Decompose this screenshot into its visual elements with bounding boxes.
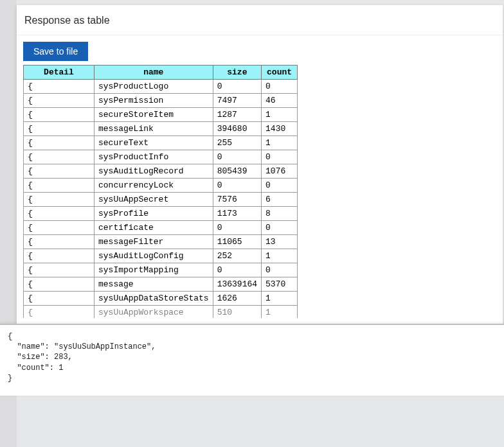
table-row[interactable]: {concurrencyLock00 [24, 179, 298, 193]
cell-detail[interactable]: { [24, 179, 94, 193]
cell-size: 1287 [213, 108, 261, 122]
cell-size: 0 [213, 150, 261, 164]
cell-name: certificate [94, 221, 213, 235]
cell-size: 805439 [213, 164, 261, 179]
table-row[interactable]: {sysProfile11738 [24, 207, 298, 221]
cell-name: sysImportMapping [94, 263, 213, 277]
cell-name: message [94, 277, 213, 292]
cell-detail[interactable]: { [24, 292, 94, 306]
response-table: Detail name size count {sysProductLogo00… [23, 65, 298, 318]
panel-title: Response as table [17, 5, 503, 35]
header-name[interactable]: name [94, 66, 213, 80]
save-to-file-button[interactable]: Save to file [23, 42, 88, 61]
table-row[interactable]: {sysUuAppSecret75766 [24, 193, 298, 207]
cell-count: 0 [262, 150, 298, 164]
cell-name: sysUuAppSecret [94, 193, 213, 207]
cell-size: 1173 [213, 207, 261, 221]
table-row[interactable]: {sysAuditLogConfig2521 [24, 249, 298, 263]
cell-detail[interactable]: { [24, 306, 94, 319]
cell-count: 1430 [262, 122, 298, 136]
cell-count: 46 [262, 94, 298, 108]
cell-detail[interactable]: { [24, 108, 94, 122]
cell-count: 0 [262, 221, 298, 235]
table-row[interactable]: {messageLink3946801430 [24, 122, 298, 136]
cell-count: 1 [262, 306, 298, 319]
cell-count: 0 [262, 263, 298, 277]
cell-name: secureText [94, 136, 213, 150]
cell-size: 11065 [213, 235, 261, 249]
cell-name: sysProfile [94, 207, 213, 221]
cell-detail[interactable]: { [24, 94, 94, 108]
cell-detail[interactable]: { [24, 263, 94, 277]
cell-count: 1 [262, 249, 298, 263]
cell-name: sysProductLogo [94, 80, 213, 94]
table-row[interactable]: {messageFilter1106513 [24, 235, 298, 249]
table-row[interactable]: {sysPermission749746 [24, 94, 298, 108]
header-size[interactable]: size [213, 66, 261, 80]
table-row[interactable]: {secureStoreItem12871 [24, 108, 298, 122]
cell-name: concurrencyLock [94, 179, 213, 193]
cell-count: 1 [262, 108, 298, 122]
header-count[interactable]: count [262, 66, 298, 80]
cell-size: 252 [213, 249, 261, 263]
table-row[interactable]: {sysImportMapping00 [24, 263, 298, 277]
cell-count: 0 [262, 179, 298, 193]
table-row[interactable]: {sysUuAppWorkspace5101 [24, 306, 298, 319]
cell-count: 8 [262, 207, 298, 221]
cell-name: secureStoreItem [94, 108, 213, 122]
cell-size: 0 [213, 179, 261, 193]
cell-name: messageFilter [94, 235, 213, 249]
cell-count: 6 [262, 193, 298, 207]
cell-detail[interactable]: { [24, 207, 94, 221]
cell-count: 0 [262, 80, 298, 94]
cell-size: 13639164 [213, 277, 261, 292]
cell-name: sysAuditLogConfig [94, 249, 213, 263]
main-panel: Response as table Save to file Detail na… [17, 5, 503, 324]
cell-size: 510 [213, 306, 261, 319]
table-header-row: Detail name size count [24, 66, 298, 80]
table-row[interactable]: {sysProductInfo00 [24, 150, 298, 164]
table-row[interactable]: {certificate00 [24, 221, 298, 235]
cell-count: 1 [262, 292, 298, 306]
cell-size: 7497 [213, 94, 261, 108]
toolbar: Save to file [17, 35, 503, 65]
table-row[interactable]: {sysProductLogo00 [24, 80, 298, 94]
cell-detail[interactable]: { [24, 221, 94, 235]
cell-detail[interactable]: { [24, 136, 94, 150]
cell-detail[interactable]: { [24, 249, 94, 263]
cell-detail[interactable]: { [24, 80, 94, 94]
cell-detail[interactable]: { [24, 193, 94, 207]
cell-detail[interactable]: { [24, 164, 94, 179]
cell-size: 0 [213, 263, 261, 277]
cell-name: messageLink [94, 122, 213, 136]
cell-name: sysUuAppDataStoreStats [94, 292, 213, 306]
cell-count: 1 [262, 136, 298, 150]
cell-detail[interactable]: { [24, 150, 94, 164]
cell-name: sysAuditLogRecord [94, 164, 213, 179]
cell-detail[interactable]: { [24, 122, 94, 136]
cell-count: 13 [262, 235, 298, 249]
table-row[interactable]: {sysAuditLogRecord8054391076 [24, 164, 298, 179]
cell-size: 394680 [213, 122, 261, 136]
cell-detail[interactable]: { [24, 277, 94, 292]
cell-detail[interactable]: { [24, 235, 94, 249]
cell-size: 255 [213, 136, 261, 150]
cell-size: 1626 [213, 292, 261, 306]
cell-size: 0 [213, 80, 261, 94]
cell-size: 0 [213, 221, 261, 235]
table-row[interactable]: {secureText2551 [24, 136, 298, 150]
cell-size: 7576 [213, 193, 261, 207]
table-row[interactable]: {sysUuAppDataStoreStats16261 [24, 292, 298, 306]
header-detail[interactable]: Detail [24, 66, 94, 80]
cell-name: sysProductInfo [94, 150, 213, 164]
cell-count: 1076 [262, 164, 298, 179]
cell-count: 5370 [262, 277, 298, 292]
cell-name: sysPermission [94, 94, 213, 108]
detail-json-panel: { "name": "sysUuSubAppInstance", "size":… [0, 324, 504, 396]
table-wrap: Detail name size count {sysProductLogo00… [17, 65, 503, 318]
table-row[interactable]: {message136391645370 [24, 277, 298, 292]
cell-name: sysUuAppWorkspace [94, 306, 213, 319]
